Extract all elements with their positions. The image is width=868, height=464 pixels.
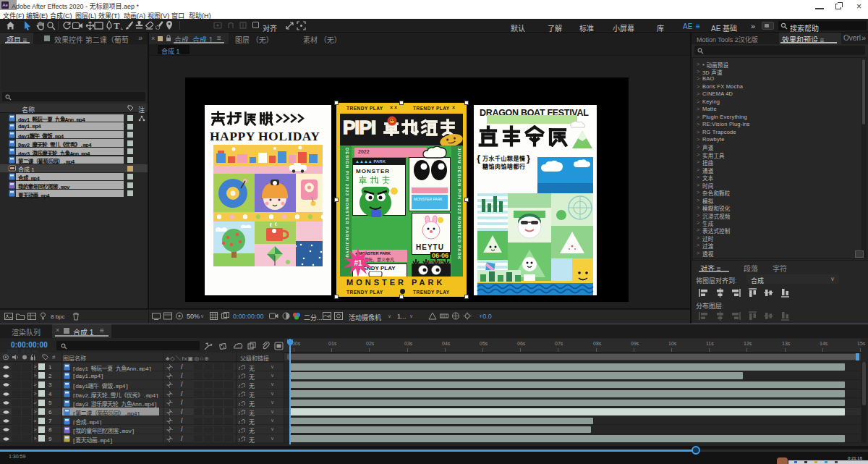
- svg-text:#1: #1: [354, 259, 362, 267]
